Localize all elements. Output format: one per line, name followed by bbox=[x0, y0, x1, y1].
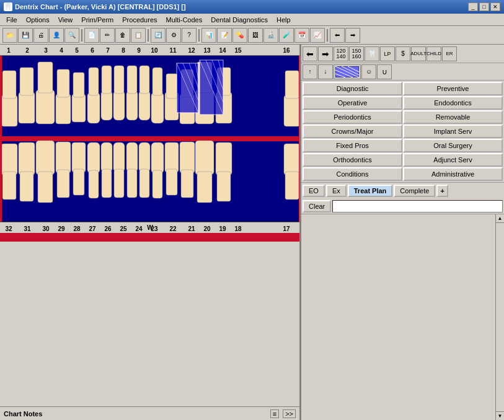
cat-adjunct-serv[interactable]: Adjunct Serv bbox=[403, 153, 503, 167]
svg-text:12: 12 bbox=[188, 47, 195, 54]
chart-notes-arrow[interactable]: >> bbox=[283, 409, 296, 418]
right-scrollbar[interactable]: ▲ ▼ bbox=[495, 214, 504, 420]
cat-endodontics[interactable]: Endodontics bbox=[403, 96, 503, 110]
rt-icon-3[interactable]: 120140 bbox=[334, 46, 348, 61]
menu-options[interactable]: Options bbox=[22, 15, 53, 24]
rt-icon-smile[interactable]: ☺ bbox=[361, 64, 376, 79]
rt-icon-4[interactable]: 150160 bbox=[349, 46, 364, 61]
rt-icon-u[interactable]: ∪ bbox=[377, 64, 392, 79]
svg-text:26: 26 bbox=[104, 225, 112, 232]
tool-chart[interactable]: 📊 bbox=[201, 28, 216, 43]
svg-text:10: 10 bbox=[151, 47, 158, 54]
cat-orthodontics[interactable]: Orthodontics bbox=[303, 153, 402, 167]
scroll-up-btn[interactable]: ▲ bbox=[496, 214, 504, 223]
tool-notes[interactable]: 📝 bbox=[217, 28, 232, 43]
rt-icon-adult[interactable]: ADULT bbox=[411, 46, 426, 61]
menu-view[interactable]: View bbox=[55, 15, 77, 24]
rt-icon-hatched[interactable] bbox=[334, 64, 361, 79]
cat-implant-serv[interactable]: Implant Serv bbox=[403, 125, 503, 138]
tool-nav1[interactable]: ⬅ bbox=[330, 28, 345, 43]
chart-notes-expand[interactable]: ≡ bbox=[270, 409, 279, 418]
tool-save[interactable]: 💾 bbox=[18, 28, 33, 43]
title-text: Dentrix Chart - (Parker, Vicki A) [CENTR… bbox=[15, 3, 186, 11]
rt-icon-7[interactable]: $ bbox=[396, 46, 410, 61]
rt-icon-down[interactable]: ↓ bbox=[318, 64, 333, 79]
minimize-button[interactable]: _ bbox=[468, 2, 478, 11]
rt-icon-child[interactable]: CHILD bbox=[427, 46, 441, 61]
svg-text:2: 2 bbox=[25, 47, 29, 54]
app-icon: 🦷 bbox=[4, 2, 12, 11]
cat-operative[interactable]: Operative bbox=[303, 96, 402, 110]
menu-prim-perm[interactable]: Prim/Perm bbox=[77, 15, 117, 24]
complete-button[interactable]: Complete bbox=[394, 185, 435, 197]
cat-removable[interactable]: Removable bbox=[403, 110, 503, 124]
treat-plan-button[interactable]: Treat Plan bbox=[348, 185, 393, 197]
svg-rect-86 bbox=[165, 142, 179, 172]
svg-rect-21 bbox=[2, 71, 16, 98]
tool-xray[interactable]: 🔬 bbox=[263, 28, 278, 43]
menu-multi-codes[interactable]: Multi-Codes bbox=[162, 15, 206, 24]
cat-crowns-major[interactable]: Crowns/Major bbox=[303, 125, 402, 138]
rt-icon-up[interactable]: ↑ bbox=[303, 64, 317, 79]
svg-rect-74 bbox=[87, 142, 100, 173]
svg-text:23: 23 bbox=[151, 225, 158, 232]
close-button[interactable]: ✕ bbox=[490, 2, 500, 11]
window-controls[interactable]: _ □ ✕ bbox=[468, 2, 500, 11]
svg-rect-71 bbox=[57, 170, 69, 198]
menu-file[interactable]: File bbox=[2, 15, 21, 24]
cat-diagnostic[interactable]: Diagnostic bbox=[303, 82, 402, 95]
svg-rect-39 bbox=[139, 66, 149, 94]
eo-button[interactable]: EO bbox=[303, 185, 325, 197]
svg-rect-28 bbox=[72, 94, 86, 122]
tool-lab[interactable]: 🧪 bbox=[279, 28, 294, 43]
ex-button[interactable]: Ex bbox=[326, 185, 347, 197]
tool-new[interactable]: 📄 bbox=[84, 28, 99, 43]
cat-conditions[interactable]: Conditions bbox=[303, 167, 402, 181]
tool-copy[interactable]: 📋 bbox=[131, 28, 146, 43]
tool-nav2[interactable]: ➡ bbox=[345, 28, 360, 43]
add-button[interactable]: + bbox=[436, 185, 448, 197]
rt-icon-2[interactable]: ➡ bbox=[318, 46, 333, 61]
tool-open[interactable]: 📁 bbox=[2, 28, 17, 43]
action-buttons-row: EO Ex Treat Plan Complete + bbox=[301, 182, 504, 199]
maximize-button[interactable]: □ bbox=[479, 2, 489, 11]
svg-rect-29 bbox=[73, 72, 84, 97]
tool-search[interactable]: 🔍 bbox=[64, 28, 79, 43]
tool-settings[interactable]: ⚙ bbox=[166, 28, 181, 43]
right-scroll-area: ▲ ▼ bbox=[301, 214, 504, 420]
tool-rx[interactable]: 💊 bbox=[232, 28, 247, 43]
svg-rect-31 bbox=[89, 68, 99, 95]
cat-preventive[interactable]: Preventive bbox=[403, 82, 503, 95]
rt-icon-6[interactable]: LP bbox=[380, 46, 395, 61]
menu-help[interactable]: Help bbox=[273, 15, 294, 24]
tool-perio[interactable]: 📈 bbox=[310, 28, 325, 43]
tool-print[interactable]: 🖨 bbox=[33, 28, 48, 43]
svg-rect-26 bbox=[56, 94, 71, 124]
tool-refresh[interactable]: 🔄 bbox=[151, 28, 166, 43]
tool-delete[interactable]: 🗑 bbox=[115, 28, 130, 43]
clear-input[interactable] bbox=[332, 200, 503, 212]
svg-rect-25 bbox=[38, 62, 53, 93]
svg-rect-24 bbox=[36, 90, 55, 124]
cat-fixed-pros[interactable]: Fixed Pros bbox=[303, 139, 402, 152]
cat-periodontics[interactable]: Periodontics bbox=[303, 110, 402, 124]
clear-button[interactable]: Clear bbox=[303, 200, 331, 212]
rt-icon-5[interactable]: 🦷 bbox=[365, 46, 379, 61]
cat-administrative[interactable]: Administrative bbox=[403, 167, 503, 181]
scroll-down-btn[interactable]: ▼ bbox=[496, 411, 504, 420]
svg-rect-32 bbox=[101, 90, 112, 120]
tool-edit[interactable]: ✏ bbox=[100, 28, 115, 43]
svg-text:30: 30 bbox=[42, 225, 50, 232]
menu-dental-diagnostics[interactable]: Dental Diagnostics bbox=[207, 15, 272, 24]
teeth-area[interactable]: 1 2 3 4 5 6 7 8 9 10 11 12 13 14 15 16 bbox=[0, 45, 299, 406]
rt-icon-er[interactable]: ER bbox=[442, 46, 457, 61]
cat-oral-surgery[interactable]: Oral Surgery bbox=[403, 139, 503, 152]
svg-rect-78 bbox=[113, 142, 125, 172]
tool-appt[interactable]: 📅 bbox=[294, 28, 309, 43]
svg-text:17: 17 bbox=[283, 225, 290, 232]
tool-patient[interactable]: 👤 bbox=[49, 28, 64, 43]
rt-icon-1[interactable]: ⬅ bbox=[303, 46, 317, 61]
tool-help[interactable]: ? bbox=[182, 28, 197, 43]
tool-img[interactable]: 🖼 bbox=[248, 28, 263, 43]
menu-procedures[interactable]: Procedures bbox=[118, 15, 161, 24]
